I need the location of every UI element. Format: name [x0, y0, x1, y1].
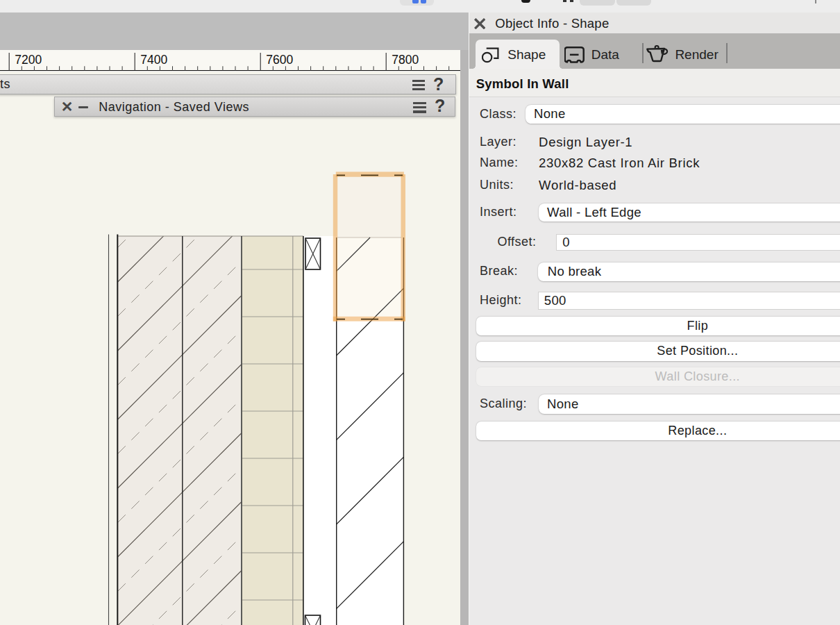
svg-text:7200: 7200: [15, 53, 42, 67]
svg-text:7600: 7600: [266, 53, 293, 67]
svg-text:7800: 7800: [392, 53, 419, 67]
svg-text:7400: 7400: [140, 53, 167, 67]
